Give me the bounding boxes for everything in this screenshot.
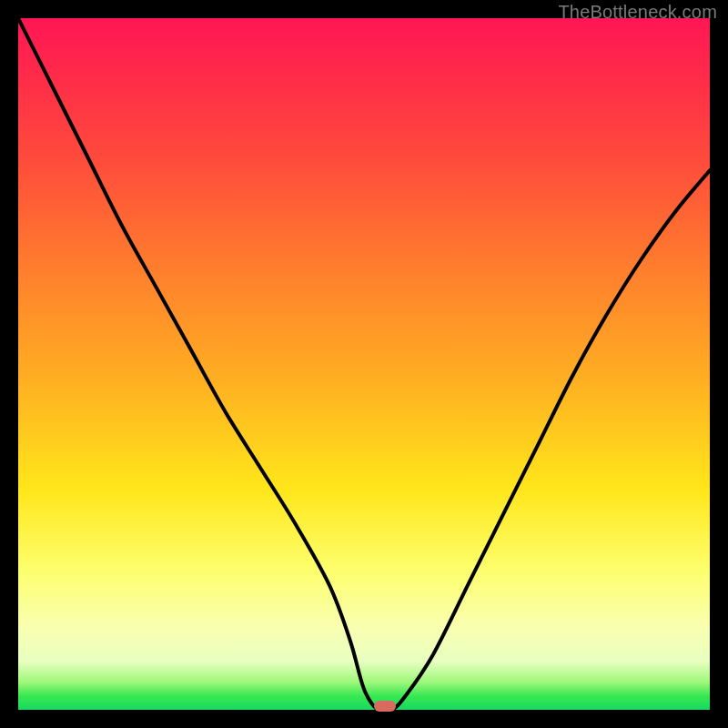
watermark-text: TheBottleneck.com (558, 2, 717, 23)
bottleneck-curve (18, 18, 710, 710)
chart-frame: TheBottleneck.com (0, 0, 728, 728)
plot-area (18, 18, 710, 710)
minimum-marker (374, 701, 396, 712)
